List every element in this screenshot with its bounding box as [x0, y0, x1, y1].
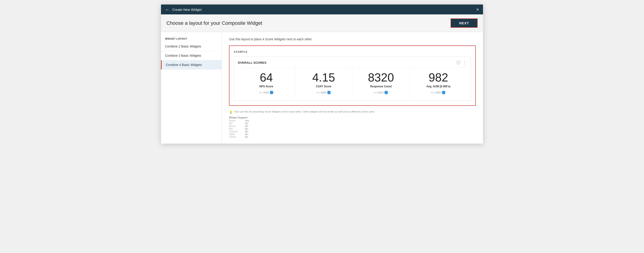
title-bar: ← Create New Widget × [161, 4, 483, 14]
sidebar-section-label: WIDGET LAYOUT [161, 34, 222, 42]
support-table-row: Table No [229, 133, 476, 136]
nps-label: NPS Score [240, 85, 293, 88]
modal-title: Create New Widget [172, 8, 476, 12]
widget-title: OVERALL SCORES [238, 61, 266, 64]
support-val-trend: No [245, 136, 248, 138]
sidebar-item-combine-4[interactable]: Combine 4 Basic Widgets [161, 60, 222, 70]
content-description: Use this layout to place 4 Score Widgets… [229, 37, 476, 41]
support-val-bar: No [245, 128, 248, 130]
data-icon-nps: 🌐 [270, 91, 273, 94]
example-label: EXAMPLE [234, 50, 471, 53]
info-icon[interactable]: ⓘ [456, 60, 460, 64]
response-value: 8320 [355, 71, 407, 84]
support-donut: Donut No [229, 125, 476, 128]
support-key-trend: Trend [229, 136, 242, 138]
tip-row: 💡 Only use this for presenting Score Wid… [229, 110, 476, 114]
modal-header: Choose a layout for your Composite Widge… [161, 14, 483, 32]
score-cell-nps: 64 NPS Score n = 8320 🌐 [238, 68, 295, 97]
tip-icon: 💡 [229, 110, 232, 114]
example-box: EXAMPLE OVERALL SCORES ⓘ ⋮ 64 NPS Sc [229, 46, 476, 106]
nps-value: 64 [240, 71, 293, 84]
sidebar: WIDGET LAYOUT Combine 2 Basic Widgets Co… [161, 32, 222, 144]
response-meta: n = 8320 🌐 [355, 91, 407, 94]
widget-icons: ⓘ ⋮ [456, 60, 467, 65]
aum-value: 982 [412, 71, 465, 84]
support-trend: Trend No [229, 136, 476, 138]
support-title: Widget Support [229, 116, 476, 119]
sidebar-item-combine-2[interactable]: Combine 2 Basic Widgets [161, 42, 222, 51]
support-key-column: Column [229, 130, 242, 133]
aum-meta: n = 8320 🌐 [412, 91, 465, 94]
next-button[interactable]: NEXT [450, 18, 478, 28]
tip-section: 💡 Only use this for presenting Score Wid… [229, 110, 476, 138]
data-icon-aum: 🌐 [442, 91, 446, 94]
support-key-bar: Bar [229, 128, 242, 130]
csat-label: CSAT Score [298, 85, 350, 88]
support-val-column: No [245, 130, 248, 133]
support-val-pie: No [245, 122, 248, 125]
support-pie: Pie No [229, 122, 476, 125]
tip-text: Only use this for presenting Score Widge… [234, 110, 375, 113]
modal-container: ← Create New Widget × Choose a layout fo… [161, 4, 483, 144]
support-key-score: Score [229, 119, 242, 122]
data-icon-response: 🌐 [384, 91, 388, 94]
modal-body: WIDGET LAYOUT Combine 2 Basic Widgets Co… [161, 32, 483, 144]
support-table: Widget Support Score Yes Pie No Donut No [229, 116, 476, 138]
support-bar: Bar No [229, 128, 476, 130]
more-icon[interactable]: ⋮ [463, 60, 467, 65]
support-val-score: Yes [245, 119, 249, 122]
score-cell-response: 8320 Response Count n = 8320 🌐 [352, 68, 410, 97]
support-column: Column No [229, 130, 476, 133]
back-button[interactable]: ← [165, 7, 170, 12]
support-key-donut: Donut [229, 125, 242, 128]
csat-value: 4.15 [298, 71, 350, 84]
data-icon-csat: 🌐 [327, 91, 331, 94]
page-title: Choose a layout for your Composite Widge… [166, 20, 262, 26]
support-key-table: Table [229, 133, 242, 136]
main-content: Use this layout to place 4 Score Widgets… [222, 32, 483, 144]
sidebar-item-combine-3[interactable]: Combine 3 Basic Widgets [161, 51, 222, 60]
support-val-table: No [245, 133, 248, 136]
nps-meta: n = 8320 🌐 [240, 91, 293, 94]
aum-label: Avg. AUM ($ 000's) [412, 85, 465, 88]
support-key-pie: Pie [229, 122, 242, 125]
score-cell-csat: 4.15 CSAT Score n = 8294 🌐 [295, 68, 352, 97]
support-val-donut: No [245, 125, 248, 128]
score-cell-aum: 982 Avg. AUM ($ 000's) n = 8320 🌐 [410, 68, 467, 97]
scores-widget: OVERALL SCORES ⓘ ⋮ 64 NPS Score n = 83 [234, 56, 471, 101]
csat-meta: n = 8294 🌐 [298, 91, 350, 94]
response-label: Response Count [355, 85, 407, 88]
support-score: Score Yes [229, 119, 476, 122]
close-button[interactable]: × [476, 7, 479, 12]
scores-grid: 64 NPS Score n = 8320 🌐 4.15 CSAT Score [238, 67, 467, 97]
scores-header: OVERALL SCORES ⓘ ⋮ [238, 60, 467, 65]
